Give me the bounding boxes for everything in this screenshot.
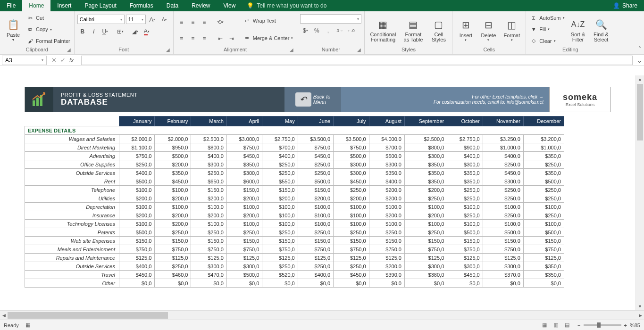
zoom-slider[interactable] (584, 324, 621, 326)
cell-value[interactable]: $200,0 (226, 194, 262, 203)
cell-value[interactable]: $300,0 (405, 262, 447, 271)
cell-value[interactable]: $300,0 (334, 169, 369, 177)
cell-value[interactable]: $0,0 (483, 279, 523, 288)
cell-value[interactable]: $100,0 (262, 211, 298, 220)
cell-value[interactable]: $750,0 (334, 245, 369, 254)
cell-value[interactable]: $100,0 (155, 203, 191, 211)
cell-value[interactable]: $450,0 (119, 271, 155, 279)
cell-value[interactable]: $100,0 (483, 203, 523, 211)
cell-value[interactable]: $100,0 (262, 220, 298, 228)
cell-value[interactable]: $300,0 (334, 160, 369, 169)
expand-formula-bar[interactable]: ⌄ (635, 56, 644, 65)
cell-value[interactable]: $450,0 (298, 152, 333, 160)
tab-formulas[interactable]: Formulas (123, 0, 160, 11)
macro-recorder-icon[interactable]: ▦ (25, 322, 30, 328)
cell-value[interactable]: $200,0 (369, 262, 404, 271)
cell-value[interactable]: $300,0 (369, 160, 404, 169)
normal-view-button[interactable]: ▦ (539, 321, 550, 330)
cell-value[interactable]: $250,0 (191, 169, 226, 177)
cell-value[interactable]: $400,0 (447, 152, 483, 160)
cell-value[interactable]: $450,0 (334, 271, 369, 279)
number-dialog-launcher[interactable]: ◢ (357, 47, 363, 53)
cell-value[interactable]: $100,0 (191, 220, 226, 228)
cell-value[interactable]: $200,0 (369, 211, 404, 220)
cell-value[interactable]: $750,0 (523, 245, 564, 254)
cell-value[interactable]: $250,0 (405, 194, 447, 203)
cell-value[interactable]: $250,0 (334, 262, 369, 271)
tab-view[interactable]: View (217, 0, 243, 11)
table-row[interactable]: Depreciation$100,0$100,0$100,0$100,0$100… (25, 203, 564, 211)
cell-value[interactable]: $1.100,0 (119, 143, 155, 152)
cell-value[interactable]: $750,0 (191, 245, 226, 254)
cell-value[interactable]: $150,0 (298, 237, 333, 245)
cell-value[interactable]: $250,0 (155, 262, 191, 271)
table-row[interactable]: Insurance$200,0$200,0$200,0$200,0$100,0$… (25, 211, 564, 220)
format-as-table-button[interactable]: ▤Format as Table (400, 12, 426, 47)
wrap-text-button[interactable]: ↵Wrap Text (243, 16, 294, 26)
delete-cells-button[interactable]: ⊟Delete▾ (478, 12, 499, 47)
cell-value[interactable]: $150,0 (334, 237, 369, 245)
cell-value[interactable]: $750,0 (226, 245, 262, 254)
cell-value[interactable]: $125,0 (155, 254, 191, 262)
cell-value[interactable]: $0,0 (226, 279, 262, 288)
cell-value[interactable]: $2.500,0 (405, 135, 447, 143)
cell-value[interactable]: $400,0 (483, 152, 523, 160)
table-row[interactable]: Advertising$750,0$500,0$400,0$450,0$400,… (25, 152, 564, 160)
table-row[interactable]: Meals and Entertainment$750,0$750,0$750,… (25, 245, 564, 254)
cell-value[interactable]: $100,0 (483, 220, 523, 228)
cell-value[interactable]: $500,0 (226, 271, 262, 279)
vertical-scrollbar[interactable]: ▲ ▼ (636, 75, 644, 310)
cell-value[interactable]: $2.000,0 (155, 135, 191, 143)
v-scroll-thumb[interactable] (637, 84, 643, 140)
cell-value[interactable]: $350,0 (405, 160, 447, 169)
cell-value[interactable]: $250,0 (298, 169, 333, 177)
cell-value[interactable]: $500,0 (119, 228, 155, 237)
cell-value[interactable]: $400,0 (369, 177, 404, 186)
increase-decimal-button[interactable]: .0→ (334, 25, 344, 36)
collapse-ribbon-button[interactable]: ˄ (638, 46, 641, 52)
table-row[interactable]: Other$0,0$0,0$0,0$0,0$0,0$0,0$0,0$0,0$0,… (25, 279, 564, 288)
cell-styles-button[interactable]: ▢Cell Styles (428, 12, 449, 47)
cell-value[interactable]: $250,0 (119, 160, 155, 169)
cell-value[interactable]: $150,0 (405, 237, 447, 245)
cell-value[interactable]: $750,0 (298, 143, 333, 152)
cell-value[interactable]: $150,0 (226, 237, 262, 245)
cell-value[interactable]: $250,0 (483, 160, 523, 169)
cell-value[interactable]: $750,0 (405, 245, 447, 254)
table-row[interactable]: Web site Expenses$150,0$150,0$150,0$150,… (25, 237, 564, 245)
cell-value[interactable]: $400,0 (119, 262, 155, 271)
tell-me-search[interactable]: 💡Tell me what you want to do (247, 2, 326, 9)
cell-value[interactable]: $450,0 (447, 271, 483, 279)
cell-value[interactable]: $750,0 (369, 245, 404, 254)
cell-value[interactable]: $200,0 (155, 211, 191, 220)
cell-value[interactable]: $250,0 (262, 228, 298, 237)
cell-value[interactable]: $200,0 (191, 211, 226, 220)
cell-value[interactable]: $500,0 (447, 228, 483, 237)
cell-value[interactable]: $450,0 (483, 169, 523, 177)
table-row[interactable]: Office Supplies$250,0$200,0$300,0$350,0$… (25, 160, 564, 169)
table-row[interactable]: Direct Marketing$1.100,0$950,0$800,0$750… (25, 143, 564, 152)
align-top-button[interactable]: ≡ (176, 17, 187, 27)
share-button[interactable]: 👤Share (606, 2, 644, 9)
cell-value[interactable]: $200,0 (119, 194, 155, 203)
decrease-font-button[interactable]: A▾ (159, 14, 169, 25)
cell-value[interactable]: $125,0 (298, 254, 333, 262)
cell-value[interactable]: $900,0 (447, 143, 483, 152)
cell-value[interactable]: $500,0 (334, 152, 369, 160)
cell-value[interactable]: $150,0 (226, 186, 262, 194)
cell-value[interactable]: $750,0 (155, 245, 191, 254)
cell-value[interactable]: $300,0 (483, 177, 523, 186)
table-row[interactable]: Patents$500,0$250,0$250,0$250,0$250,0$25… (25, 228, 564, 237)
align-left-button[interactable]: ≡ (176, 33, 187, 44)
merge-center-button[interactable]: ⬌Merge & Center▾ (243, 33, 294, 43)
copy-button[interactable]: ⧉Copy▾ (25, 24, 71, 34)
cell-value[interactable]: $200,0 (226, 211, 262, 220)
clear-button[interactable]: ◇Clear▾ (529, 36, 565, 46)
borders-button[interactable]: ⊞▾ (115, 26, 125, 37)
cell-value[interactable]: $520,0 (262, 271, 298, 279)
cell-value[interactable]: $650,0 (191, 177, 226, 186)
cell-value[interactable]: $0,0 (262, 279, 298, 288)
cell-value[interactable]: $250,0 (262, 262, 298, 271)
cell-value[interactable]: $250,0 (262, 169, 298, 177)
cell-value[interactable]: $350,0 (523, 262, 564, 271)
